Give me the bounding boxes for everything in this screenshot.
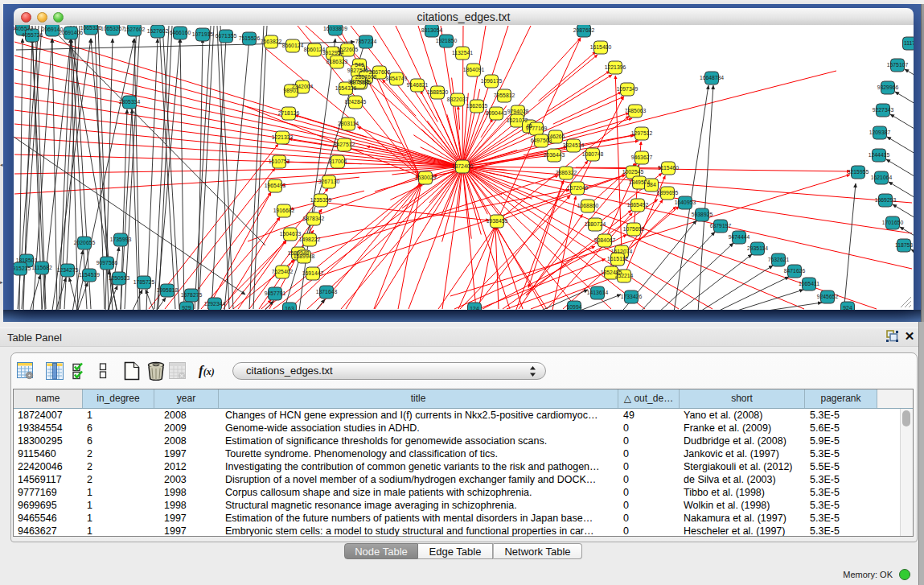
- svg-text:3875685: 3875685: [348, 79, 370, 84]
- svg-text:4405572: 4405572: [14, 26, 33, 31]
- svg-text:1575107: 1575107: [887, 62, 909, 68]
- svg-text:8186323: 8186323: [326, 59, 348, 64]
- svg-text:1864091: 1864091: [463, 67, 485, 72]
- svg-text:1588520: 1588520: [427, 89, 449, 95]
- svg-text:6497503: 6497503: [531, 138, 552, 143]
- svg-text:7515526: 7515526: [239, 35, 261, 41]
- svg-text:1916682: 1916682: [273, 208, 295, 213]
- svg-text:7485063: 7485063: [625, 108, 647, 113]
- svg-text:9115460: 9115460: [658, 165, 679, 171]
- svg-text:8471626: 8471626: [784, 268, 806, 274]
- svg-text:16033809: 16033809: [323, 26, 347, 31]
- svg-text:2867608: 2867608: [369, 69, 391, 75]
- svg-text:1065411: 1065411: [799, 281, 819, 286]
- svg-text:1002545: 1002545: [622, 169, 644, 175]
- svg-text:1362615: 1362615: [466, 103, 488, 109]
- svg-text:1115682: 1115682: [31, 265, 52, 270]
- svg-text:9227343: 9227343: [873, 107, 894, 113]
- svg-text:1372400: 1372400: [452, 163, 474, 169]
- svg-text:1640953: 1640953: [675, 200, 696, 205]
- svg-text:1589948: 1589948: [294, 253, 315, 259]
- svg-text:8242845: 8242845: [345, 99, 367, 105]
- svg-text:1371648: 1371648: [316, 289, 338, 295]
- svg-text:1785725: 1785725: [133, 279, 155, 285]
- svg-text:817004: 817004: [329, 159, 347, 164]
- svg-text:1615112: 1615112: [607, 256, 628, 262]
- svg-text:8813054: 8813054: [421, 27, 443, 33]
- svg-text:1097349: 1097349: [617, 86, 639, 92]
- svg-text:163: 163: [285, 306, 294, 310]
- svg-text:2036443: 2036443: [544, 152, 565, 158]
- svg-text:1701650: 1701650: [882, 220, 904, 225]
- svg-text:1065326: 1065326: [80, 25, 102, 31]
- svg-text:9327505: 9327505: [347, 68, 369, 73]
- svg-text:1621064: 1621064: [871, 175, 893, 180]
- svg-text:1612074: 1612074: [611, 249, 633, 254]
- svg-text:9777169: 9777169: [526, 126, 548, 131]
- svg-text:1733426: 1733426: [621, 294, 643, 299]
- svg-text:1080748: 1080748: [582, 151, 604, 157]
- svg-text:546: 546: [355, 62, 364, 68]
- svg-text:6671355: 6671355: [216, 33, 237, 39]
- svg-text:7857224: 7857224: [355, 39, 377, 44]
- svg-text:8427512: 8427512: [334, 142, 355, 147]
- svg-text:7632621: 7632621: [768, 257, 790, 262]
- svg-text:10994: 10994: [567, 304, 582, 310]
- svg-text:929: 929: [182, 305, 191, 310]
- svg-text:1365492: 1365492: [627, 202, 649, 208]
- svg-text:2935114: 2935114: [747, 245, 768, 251]
- svg-text:1250513: 1250513: [109, 275, 130, 281]
- svg-text:1615480: 1615480: [590, 44, 612, 50]
- svg-text:8660124: 8660124: [282, 43, 304, 48]
- svg-text:9474444: 9474444: [729, 234, 750, 240]
- svg-text:1209387: 1209387: [869, 130, 891, 135]
- svg-text:6379197: 6379197: [710, 223, 732, 229]
- svg-text:1096175: 1096175: [481, 78, 503, 84]
- svg-text:6899695: 6899695: [657, 190, 679, 196]
- svg-text:2020655: 2020655: [74, 240, 96, 245]
- svg-text:10653267: 10653267: [101, 26, 125, 31]
- svg-text:1921850: 1921850: [436, 38, 458, 43]
- svg-text:3215955: 3215955: [848, 169, 869, 175]
- svg-text:2803114: 2803114: [338, 121, 359, 126]
- svg-text:584: 584: [647, 182, 656, 187]
- svg-text:1527602: 1527602: [147, 28, 169, 34]
- svg-text:16648784: 16648784: [700, 75, 724, 80]
- svg-text:8990443: 8990443: [486, 110, 507, 116]
- svg-text:1880724: 1880724: [585, 221, 606, 227]
- svg-text:1504673: 1504673: [280, 231, 302, 237]
- svg-text:1691447: 1691447: [302, 270, 324, 276]
- svg-text:1965493: 1965493: [265, 183, 286, 188]
- svg-text:1735993: 1735993: [110, 237, 132, 242]
- svg-text:7663822: 7663822: [261, 39, 282, 44]
- svg-text:9097586: 9097586: [97, 260, 118, 266]
- svg-text:1527602: 1527602: [124, 27, 146, 32]
- svg-text:2718126: 2718126: [278, 110, 300, 116]
- svg-text:1117: 1117: [904, 40, 914, 46]
- svg-text:252214: 252214: [615, 273, 634, 278]
- svg-text:6466160: 6466160: [170, 30, 191, 35]
- svg-text:9457791: 9457791: [265, 290, 286, 296]
- svg-text:9463627: 9463627: [631, 154, 653, 160]
- svg-text:7625402: 7625402: [272, 269, 294, 274]
- svg-text:20691406: 20691406: [59, 30, 83, 35]
- svg-text:7955812: 7955812: [494, 93, 515, 98]
- svg-text:3915215: 3915215: [14, 266, 31, 271]
- svg-text:8322037: 8322037: [447, 97, 469, 102]
- svg-text:8878342: 8878342: [303, 216, 325, 221]
- svg-text:1221333: 1221333: [272, 134, 294, 140]
- svg-text:1154519: 1154519: [79, 272, 100, 278]
- svg-text:1610753: 1610753: [269, 159, 290, 164]
- svg-text:1621072: 1621072: [507, 117, 528, 123]
- svg-text:1071915: 1071915: [192, 31, 214, 37]
- svg-text:7886322: 7886322: [556, 170, 577, 175]
- svg-text:1530029: 1530029: [415, 175, 437, 180]
- svg-text:1413614: 1413614: [587, 290, 609, 295]
- svg-text:1654336: 1654336: [335, 85, 357, 91]
- svg-text:1297512: 1297512: [631, 130, 653, 136]
- svg-text:1678275: 1678275: [181, 292, 203, 298]
- svg-text:124: 124: [470, 306, 479, 310]
- svg-text:1938455: 1938455: [487, 218, 508, 224]
- svg-text:5938925: 5938925: [692, 212, 713, 217]
- svg-text:2087682: 2087682: [573, 27, 595, 33]
